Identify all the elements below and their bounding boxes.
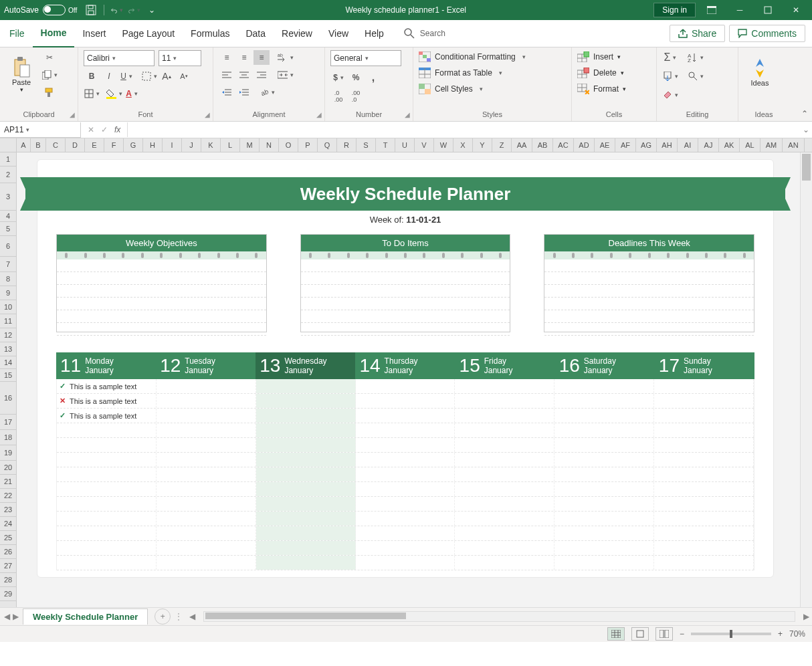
schedule-cell[interactable] xyxy=(654,394,754,408)
fill-color-button[interactable] xyxy=(106,86,122,101)
schedule-cell[interactable] xyxy=(554,526,654,540)
schedule-cell[interactable] xyxy=(356,556,455,570)
col-header[interactable]: O xyxy=(279,138,298,152)
schedule-cell[interactable] xyxy=(554,379,654,393)
col-header[interactable]: Q xyxy=(318,138,337,152)
number-format-combo[interactable]: General xyxy=(330,50,401,66)
autosave-toggle[interactable]: AutoSave Off xyxy=(4,5,77,15)
tab-prev-icon[interactable]: ◀ xyxy=(4,612,10,621)
row-header[interactable]: 1 xyxy=(0,152,16,166)
clear-button[interactable] xyxy=(662,88,678,102)
schedule-cell[interactable] xyxy=(654,556,754,570)
schedule-cell[interactable] xyxy=(654,438,754,452)
schedule-cell[interactable] xyxy=(157,556,256,570)
number-dialog-icon[interactable]: ◢ xyxy=(405,111,410,118)
schedule-cell[interactable] xyxy=(57,541,157,555)
row-header[interactable]: 6 xyxy=(0,236,16,257)
schedule-cell[interactable] xyxy=(57,512,157,526)
schedule-cell[interactable] xyxy=(455,556,554,570)
col-header[interactable]: AA xyxy=(512,138,532,152)
row-header[interactable]: 20 xyxy=(0,461,16,475)
accounting-format-icon[interactable]: $ xyxy=(330,70,346,85)
schedule-cell[interactable] xyxy=(356,409,455,423)
row-header[interactable]: 11 xyxy=(0,314,16,328)
schedule-cell[interactable] xyxy=(157,438,256,452)
tab-view[interactable]: View xyxy=(320,20,357,47)
schedule-cell[interactable] xyxy=(654,541,754,555)
row-header[interactable]: 16 xyxy=(0,382,16,415)
enter-formula-icon[interactable]: ✓ xyxy=(101,125,108,134)
schedule-cell[interactable] xyxy=(356,512,455,526)
schedule-cell[interactable] xyxy=(356,526,455,540)
schedule-cell[interactable] xyxy=(57,556,157,570)
col-header[interactable]: AH xyxy=(657,138,678,152)
col-header[interactable]: S xyxy=(357,138,376,152)
col-header[interactable]: AG xyxy=(636,138,657,152)
clipboard-dialog-icon[interactable]: ◢ xyxy=(70,111,75,118)
row-header[interactable]: 14 xyxy=(0,356,16,369)
row-header[interactable]: 10 xyxy=(0,300,16,314)
horizontal-scrollbar[interactable] xyxy=(203,611,795,622)
redo-icon[interactable] xyxy=(128,4,140,16)
qat-more-icon[interactable]: ⌄ xyxy=(146,4,158,16)
border-button[interactable] xyxy=(141,69,157,84)
col-header[interactable]: AD xyxy=(574,138,595,152)
hscroll-right-icon[interactable]: ▶ xyxy=(801,612,812,621)
row-header[interactable]: 12 xyxy=(0,328,16,342)
schedule-cell[interactable] xyxy=(356,453,455,467)
share-button[interactable]: Share xyxy=(670,25,725,42)
col-header[interactable]: W xyxy=(434,138,453,152)
schedule-cell[interactable] xyxy=(455,526,554,540)
row-header[interactable]: 8 xyxy=(0,272,16,286)
minimize-icon[interactable]: ─ xyxy=(728,0,752,20)
find-select-button[interactable] xyxy=(688,69,704,84)
font-name-combo[interactable]: Calibri xyxy=(84,50,155,66)
col-header[interactable]: AM xyxy=(760,138,783,152)
col-header[interactable]: J xyxy=(182,138,201,152)
schedule-cell[interactable] xyxy=(455,394,554,408)
row-header[interactable]: 13 xyxy=(0,342,16,356)
schedule-cell[interactable] xyxy=(554,482,654,496)
tab-page-layout[interactable]: Page Layout xyxy=(114,20,183,47)
col-header[interactable]: V xyxy=(415,138,434,152)
tab-next-icon[interactable]: ▶ xyxy=(13,612,19,621)
close-icon[interactable]: ✕ xyxy=(784,0,808,20)
vertical-scrollbar[interactable] xyxy=(800,152,812,607)
schedule-cell[interactable] xyxy=(554,497,654,511)
schedule-cell[interactable] xyxy=(57,482,157,496)
fx-icon[interactable]: fx xyxy=(114,125,120,134)
autosum-button[interactable]: Σ xyxy=(662,50,678,65)
tab-help[interactable]: Help xyxy=(357,20,392,47)
col-header[interactable]: U xyxy=(395,138,415,152)
col-header[interactable]: D xyxy=(66,138,85,152)
row-header[interactable]: 4 xyxy=(0,211,16,222)
schedule-cell[interactable]: ✕This is a sample text xyxy=(57,394,157,408)
collapse-ribbon-icon[interactable]: ⌃ xyxy=(801,109,808,118)
font-size-combo[interactable]: 11 xyxy=(159,50,201,66)
schedule-cell[interactable] xyxy=(455,482,554,496)
schedule-cell[interactable] xyxy=(554,438,654,452)
align-top-icon[interactable]: ≡ xyxy=(219,50,235,65)
schedule-cell[interactable] xyxy=(554,512,654,526)
schedule-cell[interactable] xyxy=(654,453,754,467)
new-sheet-button[interactable]: + xyxy=(155,608,171,625)
schedule-cell[interactable] xyxy=(654,379,754,393)
schedule-cell[interactable] xyxy=(57,497,157,511)
schedule-cell[interactable] xyxy=(157,497,256,511)
schedule-cell[interactable] xyxy=(455,453,554,467)
schedule-cell[interactable] xyxy=(455,423,554,437)
row-header[interactable]: 5 xyxy=(0,222,16,236)
comma-format-icon[interactable]: , xyxy=(365,70,381,85)
undo-icon[interactable] xyxy=(111,4,123,16)
schedule-cell[interactable] xyxy=(157,467,256,481)
underline-button[interactable]: U xyxy=(118,69,134,84)
schedule-cell[interactable] xyxy=(256,438,356,452)
col-header[interactable]: R xyxy=(337,138,357,152)
save-icon[interactable] xyxy=(85,4,97,16)
col-header[interactable]: Z xyxy=(492,138,512,152)
row-header[interactable]: 15 xyxy=(0,369,16,382)
row-header[interactable]: 3 xyxy=(0,183,16,211)
select-all-button[interactable] xyxy=(0,138,17,152)
schedule-cell[interactable] xyxy=(157,423,256,437)
schedule-cell[interactable] xyxy=(654,526,754,540)
